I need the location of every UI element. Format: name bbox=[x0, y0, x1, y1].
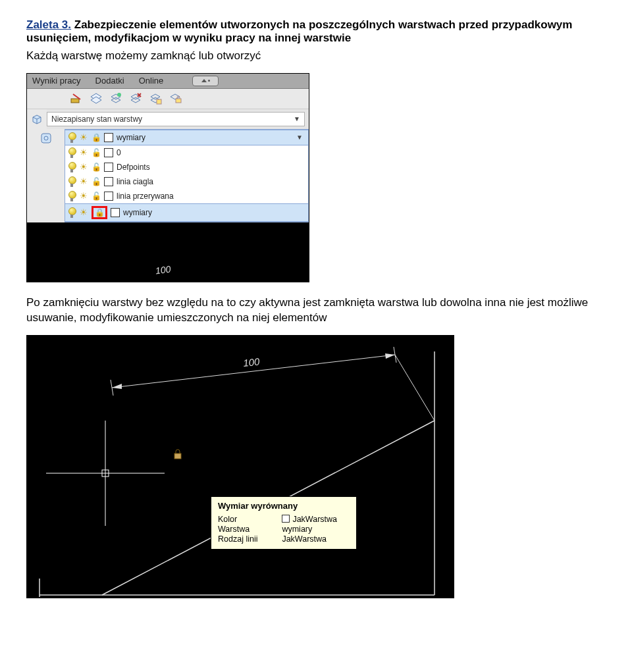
layer-row[interactable]: ☀ 🔓 linia przerywana bbox=[65, 189, 308, 203]
svg-marker-8 bbox=[131, 97, 140, 103]
layer-row[interactable]: ☀ 🔓 Defpoints bbox=[65, 160, 308, 174]
menu-item[interactable]: Dodatki bbox=[95, 76, 124, 86]
toolbar-row-2: Niezapisany stan warstwy ▼ bbox=[27, 109, 309, 129]
menubar: Wyniki pracy Dodatki Online bbox=[27, 74, 309, 89]
tooltip-key: Warstwa bbox=[218, 525, 270, 534]
canvas-svg: 100 bbox=[26, 335, 454, 598]
lock-closed-icon[interactable]: 🔒 bbox=[92, 133, 101, 142]
layer-name: wymiary bbox=[123, 208, 152, 217]
layer-name: Defpoints bbox=[117, 163, 150, 172]
layers-add-icon[interactable] bbox=[109, 91, 123, 106]
layer-name: linia przerywana bbox=[117, 192, 174, 201]
layers-icon[interactable] bbox=[89, 91, 103, 106]
layer-name: wymiary bbox=[117, 133, 145, 142]
paragraph-2: Po zamknięciu warstwy bez względu na to … bbox=[26, 296, 606, 326]
toolbar-row bbox=[27, 89, 309, 109]
tooltip-key: Kolor bbox=[218, 515, 270, 524]
svg-rect-15 bbox=[176, 99, 181, 103]
lock-open-icon[interactable]: 🔓 bbox=[92, 177, 101, 186]
tooltip-title: Wymiar wyrównany bbox=[218, 501, 350, 511]
chevron-down-icon: ▼ bbox=[294, 115, 300, 122]
sun-icon[interactable]: ☀ bbox=[79, 163, 88, 172]
color-swatch[interactable] bbox=[104, 163, 113, 172]
dimension-label: 100 bbox=[155, 263, 171, 276]
sun-icon[interactable]: ☀ bbox=[79, 133, 88, 142]
bulb-icon[interactable] bbox=[68, 162, 76, 172]
layers-remove-icon[interactable] bbox=[128, 91, 143, 106]
sun-icon[interactable]: ☀ bbox=[79, 177, 88, 186]
color-swatch[interactable] bbox=[104, 133, 113, 142]
lock-open-icon[interactable]: 🔓 bbox=[92, 163, 101, 172]
menu-item[interactable]: Wyniki pracy bbox=[32, 76, 81, 86]
screenshot-canvas: 100 Wymiar wyrównany Kolor JakWarstwa Wa… bbox=[26, 335, 454, 598]
svg-rect-34 bbox=[174, 453, 181, 459]
color-swatch[interactable] bbox=[104, 192, 113, 201]
tooltip-value: JakWarstwa bbox=[282, 515, 350, 524]
tooltip-value: wymiary bbox=[282, 525, 350, 534]
lock-closed-icon[interactable]: 🔒 bbox=[95, 208, 104, 217]
color-swatch[interactable] bbox=[104, 177, 113, 186]
left-tool-strip bbox=[27, 129, 65, 222]
bulb-icon[interactable] bbox=[68, 176, 76, 187]
color-swatch-icon bbox=[282, 515, 290, 523]
lock-open-icon[interactable]: 🔓 bbox=[92, 148, 101, 157]
color-swatch[interactable] bbox=[111, 208, 120, 217]
svg-marker-28 bbox=[112, 384, 122, 389]
sun-icon[interactable]: ☀ bbox=[79, 192, 88, 201]
dimension-text: 100 bbox=[243, 355, 261, 369]
tooltip-key: Rodzaj linii bbox=[218, 534, 270, 544]
svg-rect-13 bbox=[157, 99, 161, 104]
menu-item[interactable]: Online bbox=[139, 76, 164, 86]
tool-icon[interactable] bbox=[39, 131, 53, 145]
svg-marker-11 bbox=[151, 94, 160, 99]
layer-name: linia ciagla bbox=[117, 177, 153, 186]
lock-open-icon[interactable]: 🔓 bbox=[92, 192, 101, 201]
bulb-icon[interactable] bbox=[68, 132, 76, 143]
bulb-icon[interactable] bbox=[68, 207, 76, 218]
layer-name: 0 bbox=[117, 148, 121, 157]
sun-icon[interactable]: ☀ bbox=[79, 148, 88, 157]
layers-lock-icon[interactable] bbox=[168, 91, 182, 106]
layer-row[interactable]: ☀ 🔒 wymiary bbox=[65, 203, 308, 222]
layer-row[interactable]: ☀ 🔓 0 bbox=[65, 145, 308, 160]
paragraph-1: Każdą warstwę możemy zamknąć lub otworzy… bbox=[26, 49, 606, 64]
svg-rect-0 bbox=[71, 99, 79, 103]
title-label: Zaleta 3. bbox=[26, 18, 71, 31]
svg-marker-29 bbox=[385, 353, 395, 359]
layer-state-dropdown[interactable]: Niezapisany stan warstwy ▼ bbox=[47, 112, 305, 126]
sun-icon[interactable]: ☀ bbox=[79, 208, 88, 217]
cube-icon[interactable] bbox=[30, 112, 44, 126]
layer-row[interactable]: ☀ 🔒 wymiary ▼ bbox=[65, 130, 308, 145]
color-swatch[interactable] bbox=[104, 148, 113, 157]
chevron-down-icon: ▼ bbox=[296, 134, 303, 141]
tooltip: Wymiar wyrównany Kolor JakWarstwa Warstw… bbox=[211, 496, 357, 550]
svg-rect-20 bbox=[41, 134, 51, 143]
layers-dropdown[interactable]: ☀ 🔒 wymiary ▼ ☀ 🔓 0 ☀ 🔓 Defpoints bbox=[65, 129, 309, 222]
bulb-icon[interactable] bbox=[68, 191, 76, 201]
layers-state-icon[interactable] bbox=[148, 91, 163, 106]
tool-icon[interactable] bbox=[69, 91, 84, 106]
highlight-box: 🔒 bbox=[92, 206, 107, 219]
tooltip-value: JakWarstwa bbox=[282, 534, 350, 544]
canvas-area: 100 bbox=[27, 222, 309, 282]
svg-line-30 bbox=[395, 355, 434, 421]
title-rest: Zabezpieczenie elementów utworzonych na … bbox=[26, 18, 572, 44]
bulb-icon[interactable] bbox=[68, 147, 76, 158]
screenshot-layers: Wyniki pracy Dodatki Online bbox=[26, 73, 309, 282]
title-line: Zaleta 3. Zabezpieczenie elementów utwor… bbox=[26, 18, 606, 45]
layer-row[interactable]: ☀ 🔓 linia ciagla bbox=[65, 174, 308, 189]
svg-point-6 bbox=[117, 93, 121, 97]
panel-toggle-icon[interactable] bbox=[192, 76, 219, 86]
svg-marker-5 bbox=[111, 97, 120, 103]
